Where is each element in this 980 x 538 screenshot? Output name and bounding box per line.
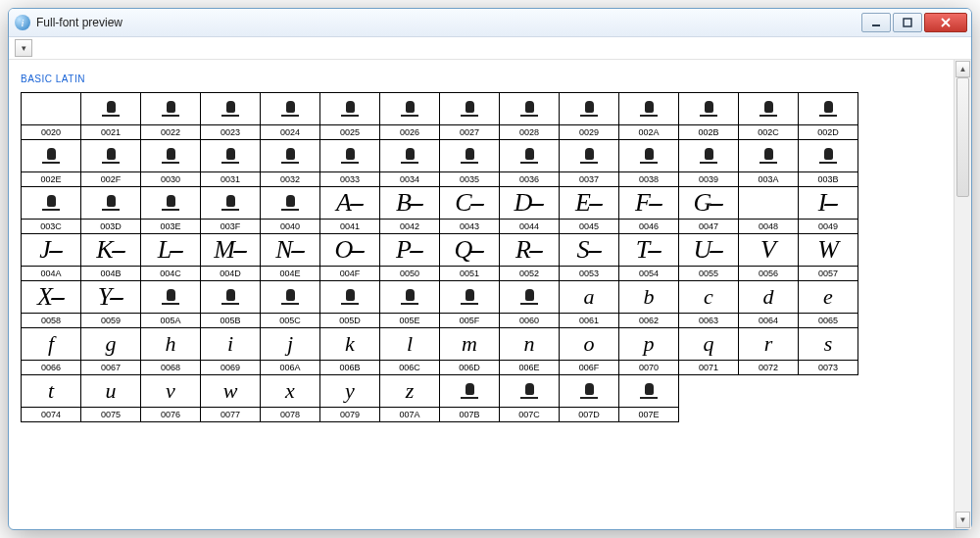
glyph-cell[interactable]: v0076 xyxy=(141,375,201,422)
scroll-down-icon[interactable]: ▼ xyxy=(956,512,970,528)
glyph-cell[interactable]: c0063 xyxy=(679,281,739,328)
glyph-cell[interactable]: 0033 xyxy=(320,140,380,187)
glyph-cell[interactable]: I0049 xyxy=(799,187,858,234)
glyph-cell[interactable]: P0050 xyxy=(380,234,440,281)
glyph-cell[interactable]: S0053 xyxy=(560,234,619,281)
glyph-cell[interactable]: 007B xyxy=(440,375,500,422)
glyph-cell[interactable]: 005F xyxy=(440,281,500,328)
glyph-cell[interactable]: t0074 xyxy=(22,375,81,422)
glyph-cell[interactable]: j006A xyxy=(261,328,320,375)
glyph-cell[interactable]: o006F xyxy=(560,328,619,375)
glyph-cell[interactable]: 0048 xyxy=(739,187,799,234)
content-area[interactable]: BASIC LATIN 0020002100220023002400250026… xyxy=(9,60,954,529)
glyph-cell[interactable]: B0042 xyxy=(380,187,440,234)
titlebar[interactable]: i Full-font preview xyxy=(9,9,971,37)
minimize-button[interactable] xyxy=(861,13,891,32)
glyph-cell[interactable]: 0060 xyxy=(500,281,560,328)
glyph-cell[interactable]: R0052 xyxy=(500,234,560,281)
glyph-cell[interactable]: 005C xyxy=(261,281,320,328)
glyph-cell[interactable]: 002B xyxy=(679,93,739,140)
glyph-cell[interactable]: W0057 xyxy=(799,234,858,281)
glyph-cell[interactable]: 0024 xyxy=(261,93,320,140)
glyph-cell[interactable]: 0037 xyxy=(560,140,619,187)
scroll-up-icon[interactable]: ▲ xyxy=(956,61,970,77)
glyph-cell[interactable]: 0036 xyxy=(500,140,560,187)
glyph-cell[interactable]: s0073 xyxy=(799,328,858,375)
glyph-cell[interactable]: V0056 xyxy=(739,234,799,281)
glyph-cell[interactable]: 005A xyxy=(141,281,201,328)
glyph-cell[interactable]: b0062 xyxy=(619,281,679,328)
glyph-cell[interactable]: 0039 xyxy=(679,140,739,187)
glyph-cell[interactable]: 0040 xyxy=(261,187,320,234)
glyph-cell[interactable]: f0066 xyxy=(22,328,81,375)
glyph-cell[interactable]: 0031 xyxy=(201,140,261,187)
maximize-button[interactable] xyxy=(893,13,922,32)
glyph-cell[interactable]: 003B xyxy=(799,140,858,187)
glyph-cell[interactable]: 005B xyxy=(201,281,261,328)
glyph-cell[interactable]: i0069 xyxy=(201,328,261,375)
glyph-cell[interactable]: 007E xyxy=(619,375,679,422)
glyph-cell[interactable]: 002F xyxy=(81,140,141,187)
glyph-cell[interactable]: X0058 xyxy=(22,281,81,328)
glyph-cell[interactable]: u0075 xyxy=(81,375,141,422)
glyph-cell[interactable]: C0043 xyxy=(440,187,500,234)
glyph-cell[interactable]: D0044 xyxy=(500,187,560,234)
glyph-cell[interactable]: 0020 xyxy=(22,93,81,140)
glyph-cell[interactable]: n006E xyxy=(500,328,560,375)
toolbar-dropdown[interactable]: ▾ xyxy=(15,39,32,57)
glyph-cell[interactable]: 007C xyxy=(500,375,560,422)
glyph-cell[interactable]: 003F xyxy=(201,187,261,234)
glyph-cell[interactable]: 005D xyxy=(320,281,380,328)
scroll-thumb[interactable] xyxy=(956,77,969,197)
glyph-cell[interactable]: m006D xyxy=(440,328,500,375)
glyph-cell[interactable]: 005E xyxy=(380,281,440,328)
glyph-cell[interactable]: 002E xyxy=(22,140,81,187)
glyph-cell[interactable]: 0023 xyxy=(201,93,261,140)
glyph-cell[interactable]: 002D xyxy=(799,93,858,140)
glyph-cell[interactable]: 0035 xyxy=(440,140,500,187)
glyph-cell[interactable]: 0034 xyxy=(380,140,440,187)
glyph-cell[interactable]: h0068 xyxy=(141,328,201,375)
glyph-cell[interactable]: 0038 xyxy=(619,140,679,187)
glyph-cell[interactable]: q0071 xyxy=(679,328,739,375)
glyph-cell[interactable]: 002A xyxy=(619,93,679,140)
glyph-cell[interactable]: 0026 xyxy=(380,93,440,140)
glyph-cell[interactable]: A0041 xyxy=(320,187,380,234)
glyph-cell[interactable]: 0028 xyxy=(500,93,560,140)
glyph-cell[interactable]: 002C xyxy=(739,93,799,140)
glyph-cell[interactable]: Q0051 xyxy=(440,234,500,281)
glyph-cell[interactable]: F0046 xyxy=(619,187,679,234)
glyph-cell[interactable]: 003D xyxy=(81,187,141,234)
glyph-cell[interactable]: 0025 xyxy=(320,93,380,140)
vertical-scrollbar[interactable]: ▲ ▼ xyxy=(954,60,971,529)
glyph-cell[interactable]: w0077 xyxy=(201,375,261,422)
glyph-cell[interactable]: M004D xyxy=(201,234,261,281)
glyph-cell[interactable]: l006C xyxy=(380,328,440,375)
glyph-cell[interactable]: 007D xyxy=(560,375,619,422)
glyph-cell[interactable]: U0055 xyxy=(679,234,739,281)
glyph-cell[interactable]: d0064 xyxy=(739,281,799,328)
glyph-cell[interactable]: J004A xyxy=(22,234,81,281)
glyph-cell[interactable]: e0065 xyxy=(799,281,858,328)
glyph-cell[interactable]: 0030 xyxy=(141,140,201,187)
glyph-cell[interactable]: 003A xyxy=(739,140,799,187)
glyph-cell[interactable]: 0021 xyxy=(81,93,141,140)
close-button[interactable] xyxy=(924,13,967,32)
glyph-cell[interactable]: g0067 xyxy=(81,328,141,375)
glyph-cell[interactable]: y0079 xyxy=(320,375,380,422)
glyph-cell[interactable]: a0061 xyxy=(560,281,619,328)
glyph-cell[interactable]: K004B xyxy=(81,234,141,281)
glyph-cell[interactable]: T0054 xyxy=(619,234,679,281)
glyph-cell[interactable]: 0027 xyxy=(440,93,500,140)
glyph-cell[interactable]: k006B xyxy=(320,328,380,375)
glyph-cell[interactable]: 0032 xyxy=(261,140,320,187)
glyph-cell[interactable]: z007A xyxy=(380,375,440,422)
glyph-cell[interactable]: x0078 xyxy=(261,375,320,422)
glyph-cell[interactable]: G0047 xyxy=(679,187,739,234)
glyph-cell[interactable]: p0070 xyxy=(619,328,679,375)
glyph-cell[interactable]: Y0059 xyxy=(81,281,141,328)
glyph-cell[interactable]: 0029 xyxy=(560,93,619,140)
glyph-cell[interactable]: O004F xyxy=(320,234,380,281)
glyph-cell[interactable]: 003E xyxy=(141,187,201,234)
glyph-cell[interactable]: 003C xyxy=(22,187,81,234)
